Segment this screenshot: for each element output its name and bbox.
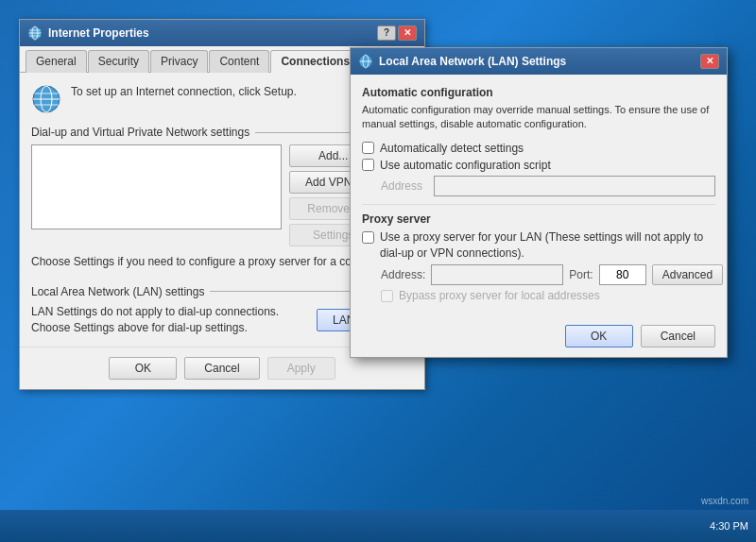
- port-input[interactable]: [599, 264, 646, 285]
- auto-address-row: Address: [381, 176, 715, 196]
- lan-title-bar: Local Area Network (LAN) Settings ✕: [351, 48, 727, 75]
- ok-button[interactable]: OK: [109, 357, 177, 380]
- auto-script-row: Use automatic configuration script: [362, 159, 715, 172]
- auto-config-header: Automatic configuration: [362, 86, 715, 99]
- dialog-icon: [27, 25, 43, 41]
- taskbar: 4:30 PM: [0, 510, 756, 542]
- internet-properties-title: Internet Properties: [48, 26, 149, 40]
- auto-detect-checkbox[interactable]: [362, 142, 374, 154]
- internet-properties-title-bar: Internet Properties ? ✕: [20, 20, 424, 46]
- proxy-address-input[interactable]: [431, 264, 563, 285]
- advanced-proxy-button[interactable]: Advanced: [652, 264, 723, 285]
- auto-config-desc: Automatic configuration may override man…: [362, 103, 715, 132]
- lan-close-button[interactable]: ✕: [700, 54, 719, 69]
- auto-detect-label: Automatically detect settings: [380, 142, 524, 155]
- proxy-server-header: Proxy server: [362, 212, 715, 226]
- proxy-section: Proxy server Use a proxy server for your…: [362, 212, 715, 303]
- lan-ok-button[interactable]: OK: [565, 325, 633, 347]
- lan-dialog-footer: OK Cancel: [351, 317, 727, 357]
- title-bar-controls: ? ✕: [377, 25, 417, 41]
- lan-dialog-content: Automatic configuration Automatic config…: [351, 75, 727, 317]
- port-label: Port:: [569, 268, 593, 281]
- taskbar-right: 4:30 PM: [710, 520, 748, 532]
- tab-privacy[interactable]: Privacy: [150, 50, 208, 73]
- tab-content[interactable]: Content: [209, 50, 269, 73]
- auto-script-label: Use automatic configuration script: [380, 159, 551, 172]
- proxy-address-row: Address: Port: Advanced: [381, 264, 715, 285]
- proxy-address-label: Address:: [381, 268, 425, 281]
- lan-description: LAN Settings do not apply to dial-up con…: [31, 304, 309, 336]
- auto-address-input[interactable]: [434, 176, 715, 196]
- auto-detect-row: Automatically detect settings: [362, 142, 715, 155]
- auto-address-label: Address: [381, 179, 428, 193]
- cancel-button[interactable]: Cancel: [184, 357, 259, 380]
- bypass-row: Bypass proxy server for local addresses: [381, 289, 715, 302]
- lan-settings-dialog: Local Area Network (LAN) Settings ✕ Auto…: [350, 47, 728, 358]
- globe-icon: [31, 84, 61, 114]
- setup-text: To set up an Internet connection, click …: [71, 84, 342, 100]
- lan-dialog-icon: [358, 54, 373, 69]
- bypass-checkbox[interactable]: [381, 290, 393, 302]
- lan-dialog-title: Local Area Network (LAN) Settings: [379, 55, 566, 68]
- lan-title-bar-controls: ✕: [700, 54, 719, 69]
- watermark: wsxdn.com: [701, 496, 748, 506]
- tab-connections[interactable]: Connections: [270, 50, 360, 73]
- use-proxy-label: Use a proxy server for your LAN (These s…: [380, 229, 715, 262]
- auto-script-checkbox[interactable]: [362, 159, 374, 171]
- apply-button[interactable]: Apply: [267, 357, 335, 380]
- tab-general[interactable]: General: [26, 50, 87, 73]
- use-proxy-checkbox[interactable]: [362, 231, 374, 244]
- close-button[interactable]: ✕: [398, 25, 417, 41]
- divider: [362, 204, 715, 205]
- use-proxy-row: Use a proxy server for your LAN (These s…: [362, 229, 715, 262]
- lan-cancel-button[interactable]: Cancel: [641, 325, 715, 347]
- dialup-listbox[interactable]: [31, 144, 282, 229]
- tab-security[interactable]: Security: [88, 50, 149, 73]
- help-button[interactable]: ?: [377, 25, 396, 41]
- bypass-label: Bypass proxy server for local addresses: [399, 289, 600, 302]
- taskbar-time: 4:30 PM: [710, 520, 748, 532]
